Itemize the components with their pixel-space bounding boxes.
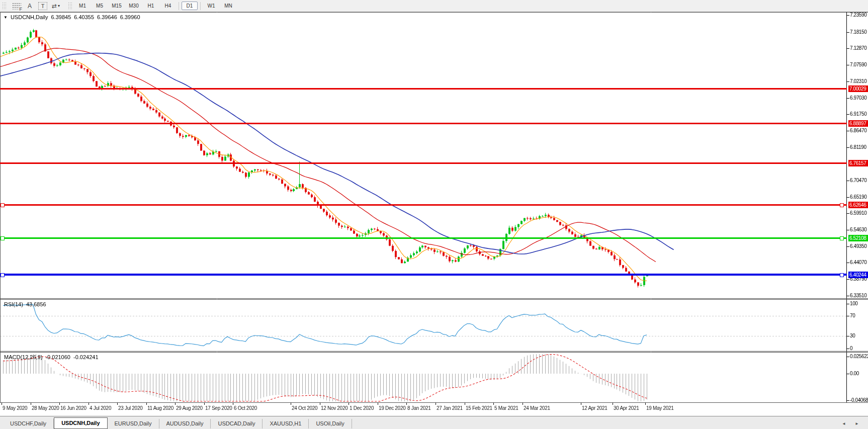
macd-tick-label: 0.00 — [850, 371, 868, 376]
date-tick-label: 17 Sep 2020 — [205, 405, 232, 411]
timeframe-toolbar: M1M5M15M30H1H4D1W1MN — [74, 0, 237, 12]
price-tick-label: 7.23590 — [850, 12, 868, 18]
timeframe-button-m15[interactable]: M15 — [109, 2, 125, 10]
tab-usdcnh-daily[interactable]: USDCNH,Daily — [54, 417, 107, 429]
horizontal-line-6.40244[interactable] — [0, 274, 847, 276]
fibonacci-tool-icon[interactable]: F — [12, 3, 21, 10]
price-tick-label: 6.91750 — [850, 111, 868, 117]
rsi-indicator-label: RSI(14) 43.6856 — [4, 301, 46, 307]
horizontal-line-6.76157[interactable] — [0, 162, 847, 164]
date-tick-label: 24 Mar 2021 — [524, 405, 550, 411]
rsi-tick-label: 70 — [850, 313, 868, 318]
price-tick-label: 6.54630 — [850, 227, 868, 232]
date-tick-label: 11 Aug 2020 — [147, 405, 173, 411]
price-tick-label: 6.97030 — [850, 95, 868, 101]
text-label-tool-icon[interactable]: A — [24, 2, 35, 11]
price-line-label: 7.00029 — [848, 85, 868, 92]
tab-xauusd-h1[interactable]: XAUUSD,H1 — [263, 419, 309, 428]
tab-usdchf-daily[interactable]: USDCHF,Daily — [3, 419, 54, 428]
rsi-tick-label: 100 — [850, 301, 868, 306]
line-selection-handle[interactable] — [840, 273, 844, 277]
date-tick-label: 27 Jan 2021 — [437, 405, 463, 411]
date-tick-label: 8 Jan 2021 — [407, 405, 431, 411]
price-tick-label: 7.02310 — [850, 78, 868, 84]
date-tick-label: 29 Aug 2020 — [176, 405, 203, 411]
date-tick-label: 12 Nov 2020 — [321, 405, 348, 411]
timeframe-button-m30[interactable]: M30 — [126, 2, 142, 10]
drawing-tools-group: FAT⇄▾ — [8, 2, 63, 11]
date-tick-label: 1 Dec 2020 — [350, 405, 374, 411]
price-tick-label: 6.59910 — [850, 210, 868, 216]
chart-canvas[interactable] — [0, 0, 868, 416]
timeframe-button-mn[interactable]: MN — [220, 2, 236, 10]
price-tick-label: 6.81190 — [850, 144, 868, 150]
date-tick-label: 19 Dec 2020 — [379, 405, 405, 411]
timeframe-button-h4[interactable]: H4 — [160, 2, 176, 10]
rsi-value: 43.6856 — [26, 301, 46, 307]
macd-name: MACD(12,26,9) — [4, 354, 42, 360]
tab-usdcad-daily[interactable]: USDCAD,Daily — [211, 419, 263, 428]
rsi-name: RSI(14) — [4, 301, 23, 307]
timeframe-button-d1[interactable]: D1 — [182, 2, 198, 10]
tab-scroll-right-icon[interactable]: ► — [855, 421, 863, 426]
toolbar-drag-handle[interactable] — [2, 2, 6, 10]
tab-eurusd-daily[interactable]: EURUSD,Daily — [108, 419, 159, 428]
date-tick-label: 15 Feb 2021 — [466, 405, 492, 411]
price-tick-label: 6.33510 — [850, 293, 868, 298]
date-tick-label: 24 Oct 2020 — [292, 405, 317, 411]
chart-high-value: 6.40355 — [74, 14, 94, 20]
arrows-style-tool-icon[interactable]: ⇄▾ — [50, 2, 61, 11]
date-tick-label: 4 Jul 2020 — [90, 405, 111, 411]
timeframe-button-w1[interactable]: W1 — [203, 2, 219, 10]
dropdown-caret-icon[interactable]: ▾ — [58, 4, 60, 8]
price-line-label: 6.52108 — [848, 235, 868, 241]
date-tick-label: 23 Jul 2020 — [118, 405, 142, 411]
toolbar-separator — [179, 2, 179, 10]
line-selection-handle[interactable] — [840, 236, 844, 240]
price-tick-label: 7.07590 — [850, 62, 868, 67]
chart-tabs: USDCHF,DailyUSDCNH,DailyEURUSD,DailyAUDU… — [0, 416, 352, 429]
tab-audusd-daily[interactable]: AUDUSD,Daily — [159, 419, 211, 428]
date-tick-label: 9 May 2020 — [3, 405, 27, 411]
horizontal-line-6.52108[interactable] — [0, 237, 847, 239]
chart-symbol-label: USDCNH,Daily — [11, 14, 48, 20]
line-selection-handle[interactable] — [1, 273, 5, 277]
tab-scroll-left-icon[interactable]: ◄ — [842, 421, 850, 426]
macd-signal-value: -0.024241 — [73, 354, 99, 360]
timeframe-button-m1[interactable]: M1 — [74, 2, 91, 10]
horizontal-line-6.88897[interactable] — [0, 123, 847, 124]
macd-main-value: -0.021060 — [45, 354, 70, 360]
price-tick-label: 7.12870 — [850, 45, 868, 51]
tab-scroll-arrows: ◄ ► — [842, 421, 863, 426]
tab-usoil-daily[interactable]: USOil,Daily — [309, 419, 352, 428]
date-tick-label: 28 May 2020 — [32, 405, 59, 411]
horizontal-line-7.00029[interactable] — [0, 88, 847, 90]
line-selection-handle[interactable] — [1, 203, 5, 207]
toolbar-separator — [200, 2, 201, 10]
timeframe-button-m5[interactable]: M5 — [92, 2, 108, 10]
date-tick-label: 30 Apr 2021 — [614, 405, 639, 411]
line-selection-handle[interactable] — [1, 236, 5, 240]
price-line-label: 6.40244 — [848, 272, 868, 278]
top-toolbar: FAT⇄▾ M1M5M15M30H1H4D1W1MN — [0, 0, 868, 12]
date-tick-label: 6 Oct 2020 — [234, 405, 257, 411]
chart-close-value: 6.39960 — [120, 14, 140, 20]
macd-tick-label: -0.04068 — [850, 397, 868, 403]
horizontal-line-6.62646[interactable] — [0, 204, 847, 206]
price-line-label: 6.76157 — [848, 160, 868, 166]
toolbar-drag-handle[interactable] — [68, 2, 72, 10]
chart-tab-bar: USDCHF,DailyUSDCNH,DailyEURUSD,DailyAUDU… — [0, 416, 868, 429]
text-tool-icon[interactable]: T — [38, 2, 47, 10]
macd-tick-label: 0.025623 — [850, 354, 868, 359]
price-tick-label: 7.18150 — [850, 29, 868, 35]
macd-indicator-label: MACD(12,26,9) -0.021060 -0.024241 — [4, 354, 99, 360]
chart-open-value: 6.39845 — [51, 14, 71, 20]
chart-low-value: 6.39646 — [97, 14, 117, 20]
price-line-label: 6.62646 — [848, 202, 868, 208]
timeframe-button-h1[interactable]: H1 — [143, 2, 159, 10]
collapse-chart-icon[interactable]: ▼ — [4, 15, 8, 20]
rsi-tick-label: 0 — [850, 346, 868, 351]
price-tick-label: 6.70470 — [850, 178, 868, 183]
price-tick-label: 6.44070 — [850, 260, 868, 265]
line-selection-handle[interactable] — [840, 203, 844, 207]
